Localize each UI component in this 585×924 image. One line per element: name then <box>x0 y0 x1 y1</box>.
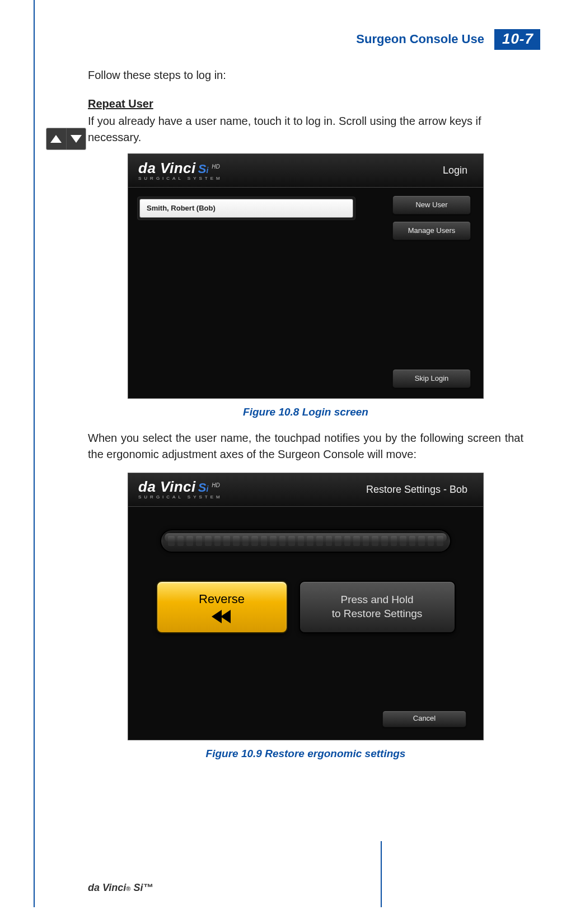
cancel-button[interactable]: Cancel <box>382 711 466 727</box>
footer-rule <box>381 841 382 907</box>
login-body: Smith, Robert (Bob) New User Manage User… <box>128 188 483 398</box>
press-hold-button[interactable]: Press and Hold to Restore Settings <box>299 581 456 633</box>
rewind-icon <box>213 610 231 623</box>
content-column: Follow these steps to log in: Repeat Use… <box>88 31 523 761</box>
figure-10-8-caption: Figure 10.8 Login screen <box>88 404 523 420</box>
davinci-logo: da VinciSiHD SURGICAL SYSTEM <box>138 161 223 181</box>
footer-brand: da Vinci® Si™ <box>88 882 153 894</box>
new-user-button[interactable]: New User <box>392 195 471 214</box>
logo-si: Si <box>198 162 209 176</box>
user-list: Smith, Robert (Bob) <box>137 197 355 220</box>
login-banner: da VinciSiHD SURGICAL SYSTEM Login <box>128 154 483 188</box>
repeat-user-heading: Repeat User <box>88 96 523 112</box>
arrow-up-icon[interactable] <box>46 128 66 150</box>
page-header: Surgeon Console Use 10-7 <box>356 29 540 49</box>
user-name: Smith, Robert (Bob) <box>147 203 216 214</box>
user-row[interactable]: Smith, Robert (Bob) <box>139 199 353 218</box>
restore-banner: da VinciSiHD SURGICAL SYSTEM Restore Set… <box>128 473 483 507</box>
progress-bar <box>160 529 451 553</box>
arrow-down-icon[interactable] <box>66 128 86 150</box>
logo-main-text: da Vinci <box>138 160 196 176</box>
login-side-buttons: New User Manage Users <box>392 195 471 240</box>
page-number-tag: 10-7 <box>494 29 540 50</box>
scroll-arrows-widget <box>46 128 86 150</box>
reverse-button[interactable]: Reverse <box>156 581 288 633</box>
hold-line2: to Restore Settings <box>332 608 423 619</box>
skip-login-button[interactable]: Skip Login <box>392 369 471 388</box>
reverse-label: Reverse <box>199 590 245 608</box>
figure-10-9-caption: Figure 10.9 Restore ergonomic settings <box>88 746 523 762</box>
restore-body: Reverse Press and Hold to Restore Settin… <box>128 507 483 740</box>
restore-button-row: Reverse Press and Hold to Restore Settin… <box>156 581 456 633</box>
repeat-user-text: If you already have a user name, touch i… <box>88 113 523 146</box>
hold-line1: Press and Hold <box>341 594 414 605</box>
manage-users-button[interactable]: Manage Users <box>392 221 471 240</box>
intro-text: Follow these steps to log in: <box>88 67 523 83</box>
restore-title: Restore Settings - Bob <box>366 482 467 497</box>
logo-hd: HD <box>212 164 219 170</box>
section-title: Surgeon Console Use <box>356 32 484 46</box>
logo-subtitle: SURGICAL SYSTEM <box>138 176 223 181</box>
davinci-logo: da VinciSiHD SURGICAL SYSTEM <box>138 479 223 500</box>
login-title: Login <box>443 163 467 178</box>
login-screenshot: da VinciSiHD SURGICAL SYSTEM Login Smith… <box>128 153 484 399</box>
mid-paragraph: When you select the user name, the touch… <box>88 430 523 463</box>
restore-screenshot: da VinciSiHD SURGICAL SYSTEM Restore Set… <box>128 473 484 740</box>
page-frame: Surgeon Console Use 10-7 Follow these st… <box>34 0 554 907</box>
